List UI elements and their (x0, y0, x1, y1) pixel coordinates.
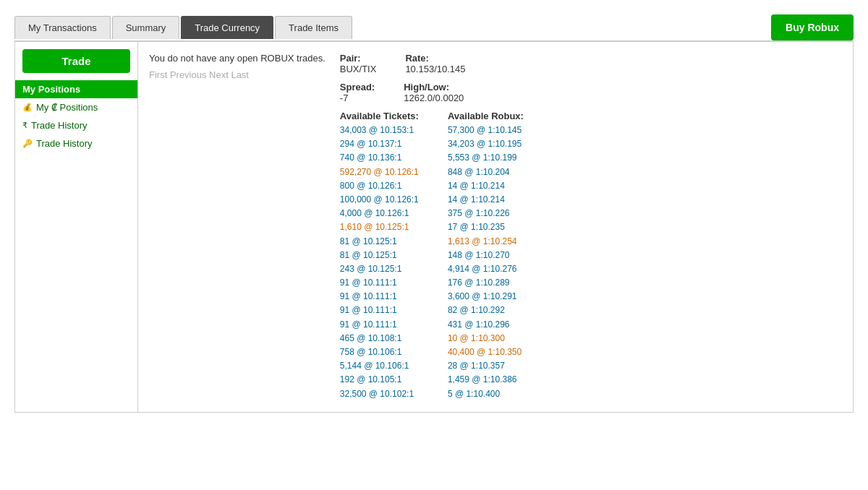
robux-item-12: 3,600 @ 1:10.291 (448, 290, 524, 304)
ticket-item-4: 800 @ 10.126:1 (340, 179, 419, 193)
robux-item-8: 1,613 @ 1:10.254 (448, 235, 524, 249)
ticket-item-18: 192 @ 10.105:1 (340, 373, 419, 387)
robux-item-15: 10 @ 1:10.300 (448, 332, 524, 345)
sidebar-label-rs-trade-history: Trade History (31, 120, 88, 131)
ticket-item-19: 32,500 @ 10.102:1 (340, 387, 419, 401)
sidebar-item-tix-trade-history[interactable]: 🔑 Trade History (15, 134, 137, 152)
available-section: Available Tickets: 34,003 @ 10.153:1 294… (340, 111, 842, 401)
rate-label: Rate: (405, 53, 465, 64)
ticket-item-3: 592,270 @ 10.126:1 (340, 166, 419, 179)
sidebar-label-tix-trade-history: Trade History (36, 138, 93, 149)
pair-block: Pair: BUX/TIX (340, 53, 377, 74)
trade-nav-links: First Previous Next Last (149, 69, 326, 80)
trade-button[interactable]: Trade (22, 49, 130, 73)
top-nav: My Transactions Summary Trade Currency T… (14, 14, 854, 42)
robux-item-9: 148 @ 1:10.270 (448, 249, 524, 262)
no-trades-message: You do not have any open ROBUX trades. (149, 53, 326, 64)
robux-item-0: 57,300 @ 1:10.145 (448, 124, 524, 137)
tab-trade-currency[interactable]: Trade Currency (181, 16, 273, 39)
spread-row: Spread: -7 High/Low: 1262.0/0.0020 (340, 82, 842, 103)
spread-block: Spread: -7 (340, 82, 375, 103)
stats-row: Pair: BUX/TIX Rate: 10.153/10.145 (340, 53, 842, 74)
ticket-item-13: 91 @ 10.111:1 (340, 304, 419, 317)
robux-header: Available Robux: (448, 111, 524, 121)
sidebar-my-positions-header[interactable]: My Positions (15, 80, 137, 98)
spread-value: -7 (340, 93, 375, 103)
sidebar: Trade My Positions 💰 My ₡ Positions ₹ Tr… (15, 42, 138, 412)
sidebar-label-my-positions: My ₡ Positions (36, 102, 98, 113)
tab-my-transactions[interactable]: My Transactions (14, 16, 111, 39)
sidebar-item-my-positions[interactable]: 💰 My ₡ Positions (15, 98, 137, 116)
main-layout: Trade My Positions 💰 My ₡ Positions ₹ Tr… (14, 42, 854, 413)
robux-item-16: 40,400 @ 1:10.350 (448, 345, 524, 359)
pair-value: BUX/TIX (340, 64, 377, 74)
buy-robux-button[interactable]: Buy Robux (771, 14, 854, 40)
ticket-item-6: 4,000 @ 10.126:1 (340, 207, 419, 220)
robux-item-14: 431 @ 1:10.296 (448, 318, 524, 332)
high-low-value: 1262.0/0.0020 (404, 93, 464, 103)
robux-item-18: 1,459 @ 1:10.386 (448, 373, 524, 387)
tix-icon: 🔑 (22, 139, 33, 148)
robux-item-6: 375 @ 1:10.226 (448, 207, 524, 220)
tickets-header: Available Tickets: (340, 111, 419, 121)
tab-bar: My Transactions Summary Trade Currency T… (14, 16, 354, 39)
content-area: You do not have any open ROBUX trades. F… (138, 42, 853, 412)
robux-item-19: 5 @ 1:10.400 (448, 387, 524, 401)
ticket-item-9: 81 @ 10.125:1 (340, 249, 419, 262)
robux-item-2: 5,553 @ 1:10.199 (448, 151, 524, 165)
robux-item-11: 176 @ 1:10.289 (448, 276, 524, 290)
rate-value: 10.153/10.145 (405, 64, 465, 74)
ticket-item-0: 34,003 @ 10.153:1 (340, 124, 419, 137)
pair-label: Pair: (340, 53, 377, 64)
ticket-item-17: 5,144 @ 10.106:1 (340, 359, 419, 373)
tickets-column: Available Tickets: 34,003 @ 10.153:1 294… (340, 111, 419, 401)
robux-item-17: 28 @ 1:10.357 (448, 359, 524, 373)
high-low-label: High/Low: (404, 82, 464, 93)
positions-icon: 💰 (22, 103, 33, 112)
tab-summary[interactable]: Summary (112, 16, 180, 39)
robux-item-13: 82 @ 1:10.292 (448, 304, 524, 317)
robux-item-1: 34,203 @ 1:10.195 (448, 137, 524, 151)
ticket-item-16: 758 @ 10.106:1 (340, 345, 419, 359)
rs-icon: ₹ (22, 121, 27, 130)
robux-item-7: 17 @ 1:10.235 (448, 220, 524, 234)
ticket-item-10: 243 @ 10.125:1 (340, 262, 419, 276)
ticket-item-15: 465 @ 10.108:1 (340, 332, 419, 345)
ticket-item-1: 294 @ 10.137:1 (340, 137, 419, 151)
robux-item-3: 848 @ 1:10.204 (448, 166, 524, 179)
market-data-panel: Pair: BUX/TIX Rate: 10.153/10.145 Spread… (340, 53, 842, 401)
ticket-item-2: 740 @ 10.136:1 (340, 151, 419, 165)
high-low-block: High/Low: 1262.0/0.0020 (404, 82, 464, 103)
robux-item-5: 14 @ 1:10.214 (448, 193, 524, 207)
tab-trade-items[interactable]: Trade Items (275, 16, 352, 39)
ticket-item-8: 81 @ 10.125:1 (340, 235, 419, 249)
robux-item-10: 4,914 @ 1:10.276 (448, 262, 524, 276)
ticket-item-7: 1,610 @ 10.125:1 (340, 220, 419, 234)
robux-column: Available Robux: 57,300 @ 1:10.145 34,20… (448, 111, 524, 401)
sidebar-item-rs-trade-history[interactable]: ₹ Trade History (15, 116, 137, 134)
page-wrapper: My Transactions Summary Trade Currency T… (0, 0, 868, 427)
ticket-item-12: 91 @ 10.111:1 (340, 290, 419, 304)
robux-item-4: 14 @ 1:10.214 (448, 179, 524, 193)
ticket-item-5: 100,000 @ 10.126:1 (340, 193, 419, 207)
spread-label: Spread: (340, 82, 375, 93)
ticket-item-14: 91 @ 10.111:1 (340, 318, 419, 332)
open-trades-panel: You do not have any open ROBUX trades. F… (149, 53, 340, 401)
ticket-item-11: 91 @ 10.111:1 (340, 276, 419, 290)
rate-block: Rate: 10.153/10.145 (405, 53, 465, 74)
